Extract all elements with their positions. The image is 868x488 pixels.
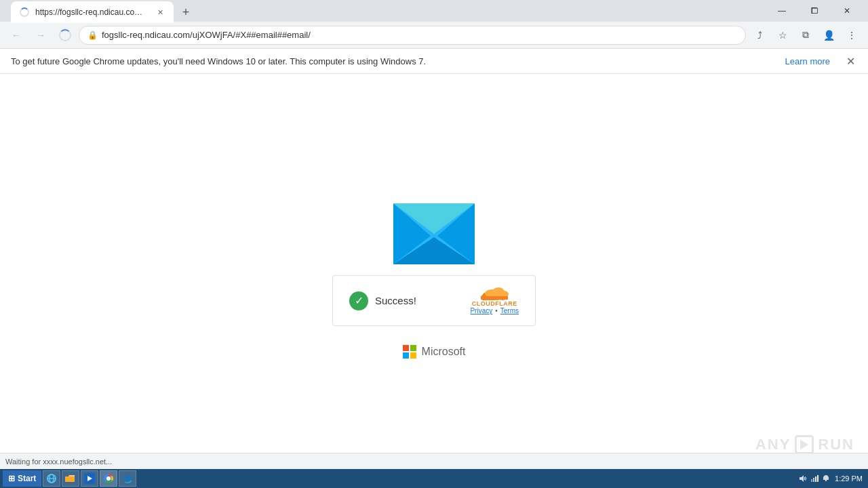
folder-icon bbox=[65, 473, 76, 484]
main-area: ✓ Success! bbox=[0, 74, 868, 488]
info-banner: To get future Google Chrome updates, you… bbox=[0, 49, 868, 74]
svg-rect-24 bbox=[817, 475, 818, 482]
menu-button[interactable]: ⋮ bbox=[841, 24, 863, 46]
learn-more-link[interactable]: Learn more bbox=[785, 56, 830, 66]
cloudflare-privacy-link[interactable]: Privacy bbox=[470, 307, 492, 314]
svg-marker-17 bbox=[87, 476, 92, 481]
toolbar-actions: ⤴ ☆ ⧉ 👤 ⋮ bbox=[749, 24, 863, 46]
edge-icon bbox=[122, 473, 133, 484]
taskbar-explorer-button[interactable] bbox=[62, 470, 79, 487]
ms-square-yellow bbox=[410, 352, 416, 359]
page-content: ✓ Success! bbox=[0, 74, 868, 488]
profile-button[interactable]: 👤 bbox=[818, 24, 840, 46]
close-button[interactable]: ✕ bbox=[831, 0, 863, 22]
tab-loading-spinner bbox=[19, 7, 30, 18]
success-left: ✓ Success! bbox=[349, 291, 416, 310]
svg-rect-22 bbox=[813, 478, 814, 482]
ms-square-red bbox=[403, 345, 409, 351]
toolbar: ← → 🔒 fogsllc-req.ndicau.com/ujXOWjFA/#X… bbox=[0, 22, 868, 49]
svg-marker-13 bbox=[800, 440, 808, 449]
new-tab-button[interactable]: + bbox=[176, 3, 195, 22]
media-icon bbox=[84, 473, 95, 484]
window-controls: — ⧠ ✕ bbox=[766, 0, 863, 22]
tab-close-button[interactable]: ✕ bbox=[155, 7, 165, 18]
cloudflare-links: Privacy • Terms bbox=[470, 307, 519, 314]
svg-rect-21 bbox=[811, 479, 812, 482]
svg-point-19 bbox=[106, 476, 111, 481]
forward-button[interactable]: → bbox=[30, 24, 52, 46]
network-icon bbox=[810, 474, 819, 483]
tray-icons bbox=[798, 474, 831, 483]
taskbar-ie-button[interactable] bbox=[43, 470, 60, 487]
ie-icon bbox=[46, 473, 57, 484]
bookmark-button[interactable]: ☆ bbox=[772, 24, 793, 46]
success-text: Success! bbox=[375, 295, 416, 306]
microsoft-section: Microsoft bbox=[403, 345, 466, 359]
svg-rect-25 bbox=[825, 480, 827, 481]
banner-close-button[interactable]: ✕ bbox=[844, 54, 857, 68]
browser-window: https://fogsllc-req.ndicau.com/ujX©... ✕… bbox=[0, 0, 868, 488]
reload-button[interactable] bbox=[54, 24, 76, 46]
svg-rect-23 bbox=[815, 476, 816, 482]
tab-bar: https://fogsllc-req.ndicau.com/ujX©... ✕… bbox=[5, 0, 764, 23]
notification-icon[interactable] bbox=[821, 474, 831, 483]
active-tab[interactable]: https://fogsllc-req.ndicau.com/ujX©... ✕ bbox=[11, 1, 174, 23]
cloudflare-terms-link[interactable]: Terms bbox=[500, 307, 519, 314]
cloudflare-text: CLOUDFLARE bbox=[472, 300, 517, 307]
cloudflare-dot: • bbox=[495, 307, 498, 314]
taskbar-media-button[interactable] bbox=[81, 470, 98, 487]
taskbar: ⊞ Start bbox=[0, 469, 868, 488]
split-view-button[interactable]: ⧉ bbox=[795, 24, 816, 46]
clock: 1:29 PM bbox=[835, 474, 863, 483]
success-checkmark: ✓ bbox=[349, 291, 368, 310]
svg-rect-12 bbox=[481, 296, 508, 300]
address-bar[interactable]: 🔒 fogsllc-req.ndicau.com/ujXOWjFA/#X##em… bbox=[79, 26, 746, 45]
maximize-button[interactable]: ⧠ bbox=[799, 0, 830, 22]
taskbar-chrome-button[interactable] bbox=[100, 470, 117, 487]
ms-square-green bbox=[410, 345, 416, 351]
anyrun-text-label: ANY bbox=[755, 436, 791, 453]
success-box: ✓ Success! bbox=[332, 275, 536, 326]
microsoft-text: Microsoft bbox=[422, 346, 466, 358]
microsoft-logo-icon bbox=[403, 345, 416, 359]
minimize-button[interactable]: — bbox=[766, 0, 797, 22]
ms-square-blue bbox=[403, 352, 409, 359]
tab-title: https://fogsllc-req.ndicau.com/ujX©... bbox=[35, 7, 149, 17]
cloudflare-logo: CLOUDFLARE Privacy • Terms bbox=[470, 287, 519, 314]
start-label: Start bbox=[18, 474, 36, 483]
title-bar: https://fogsllc-req.ndicau.com/ujX©... ✕… bbox=[0, 0, 868, 22]
anyrun-play-icon bbox=[795, 435, 814, 454]
url-text: fogsllc-req.ndicau.com/ujXOWjFA/#X##emai… bbox=[102, 30, 737, 40]
anyrun-watermark: ANY RUN bbox=[755, 435, 854, 454]
chrome-taskbar-icon bbox=[103, 473, 114, 484]
taskbar-edge-button[interactable] bbox=[119, 470, 136, 487]
start-windows-icon: ⊞ bbox=[8, 474, 15, 483]
share-button[interactable]: ⤴ bbox=[749, 24, 770, 46]
volume-icon[interactable] bbox=[798, 474, 808, 483]
anyrun-text2-label: RUN bbox=[818, 436, 854, 453]
security-icon: 🔒 bbox=[87, 30, 98, 40]
start-button[interactable]: ⊞ Start bbox=[3, 470, 41, 487]
email-icon bbox=[393, 203, 475, 264]
status-bar: Waiting for xxxx.nuefogsllc.net... bbox=[0, 453, 868, 469]
banner-message: To get future Google Chrome updates, you… bbox=[11, 56, 780, 66]
svg-marker-20 bbox=[800, 475, 804, 482]
system-tray: 1:29 PM bbox=[798, 474, 865, 483]
status-text: Waiting for xxxx.nuefogsllc.net... bbox=[5, 458, 112, 466]
back-button[interactable]: ← bbox=[5, 24, 27, 46]
